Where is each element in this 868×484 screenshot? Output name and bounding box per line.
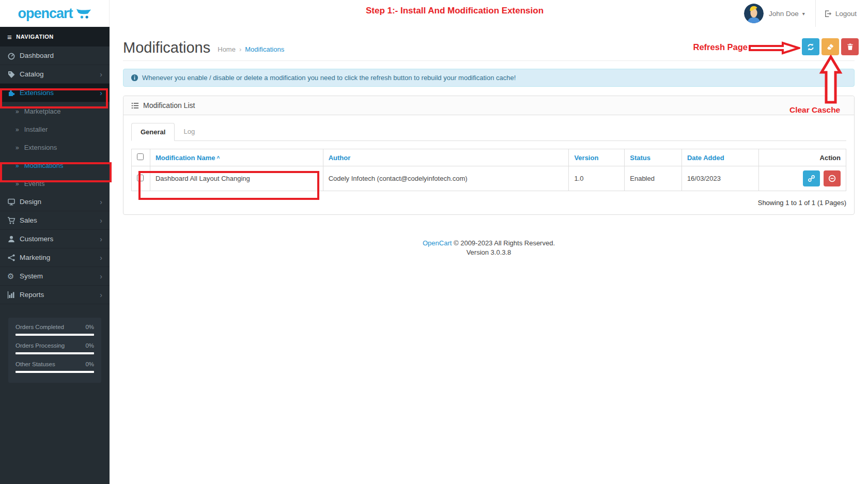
puzzle-icon xyxy=(7,89,20,97)
row-select-cell xyxy=(132,166,150,191)
disable-button[interactable] xyxy=(824,170,841,186)
breadcrumb-modifications[interactable]: Modifications xyxy=(245,45,284,53)
sidebar-item-customers[interactable]: Customers › xyxy=(0,230,110,248)
link-icon xyxy=(808,175,815,182)
footer: OpenCart © 2009-2023 All Rights Reserved… xyxy=(123,239,855,257)
column-author: Author xyxy=(323,149,569,166)
sidebar-item-system[interactable]: ⚙ System › xyxy=(0,267,110,286)
delete-button[interactable] xyxy=(841,38,859,55)
sidebar-item-marketplace[interactable]: » Marketplace xyxy=(0,102,110,120)
top-header: opencart Step 1:- Install And Modificati… xyxy=(0,0,868,27)
sort-link-version[interactable]: Version xyxy=(574,154,598,162)
sort-link-modification-name[interactable]: Modification Name xyxy=(156,154,215,162)
tab-log[interactable]: Log xyxy=(175,123,204,140)
row-checkbox[interactable] xyxy=(137,175,144,181)
sidebar-item-catalog[interactable]: Catalog › xyxy=(0,65,110,84)
cart-icon xyxy=(7,216,20,225)
user-name-label: John Doe xyxy=(769,10,799,18)
sidebar-item-label: Customers xyxy=(20,235,53,243)
sidebar-menu: Dashboard Catalog › Extensions › » Marke… xyxy=(0,46,110,304)
opencart-admin-window: opencart Step 1:- Install And Modificati… xyxy=(0,0,868,484)
stat-orders-completed: Orders Completed 0% xyxy=(16,324,94,336)
submenu-arrow-icon: » xyxy=(16,108,19,115)
eraser-icon xyxy=(826,43,834,51)
sidebar-nav-header: ≡ NAVIGATION xyxy=(0,27,110,46)
sort-link-author[interactable]: Author xyxy=(329,154,351,162)
sort-link-date-added[interactable]: Date Added xyxy=(687,154,724,162)
column-status: Status xyxy=(625,149,682,166)
sidebar-item-design[interactable]: Design › xyxy=(0,193,110,211)
toggle-status-button[interactable] xyxy=(803,170,820,186)
clear-cache-button[interactable] xyxy=(822,38,839,55)
sort-link-status[interactable]: Status xyxy=(630,154,650,162)
sidebar-item-extensions-sub[interactable]: » Extensions xyxy=(0,138,110,157)
opencart-logo[interactable]: opencart xyxy=(0,0,110,27)
user-area: John Doe ▾ Logout xyxy=(744,0,868,27)
sidebar-item-events[interactable]: » Events xyxy=(0,175,110,193)
cell-action xyxy=(759,166,846,191)
sidebar: ≡ NAVIGATION Dashboard Catalog › xyxy=(0,27,110,484)
column-version: Version xyxy=(569,149,625,166)
stat-label: Other Statuses xyxy=(16,361,55,367)
cell-date-added: 16/03/2023 xyxy=(681,166,758,191)
main-content: Modifications Home › Modifications xyxy=(110,27,868,484)
sidebar-item-reports[interactable]: Reports › xyxy=(0,286,110,304)
chevron-right-icon: › xyxy=(100,291,102,299)
info-icon xyxy=(131,74,138,82)
sidebar-item-modifications[interactable]: » Modifications xyxy=(0,157,110,175)
user-icon xyxy=(7,235,20,243)
page-action-buttons xyxy=(802,38,859,55)
tab-general[interactable]: General xyxy=(131,123,175,141)
opencart-footer-link[interactable]: OpenCart xyxy=(423,239,452,247)
stat-value: 0% xyxy=(85,342,94,349)
sidebar-item-label: Sales xyxy=(20,216,37,224)
sidebar-item-label: System xyxy=(20,272,43,280)
sidebar-item-label: Reports xyxy=(20,291,44,299)
logout-button[interactable]: Logout xyxy=(816,0,868,27)
refresh-button[interactable] xyxy=(802,38,819,55)
submenu-arrow-icon: » xyxy=(16,126,19,133)
share-icon xyxy=(7,254,20,262)
progress-bar xyxy=(16,352,94,354)
user-menu[interactable]: John Doe ▾ xyxy=(769,10,805,18)
select-all-cell xyxy=(132,149,150,166)
sidebar-item-dashboard[interactable]: Dashboard xyxy=(0,46,110,65)
logout-label: Logout xyxy=(835,10,857,18)
nav-header-label: NAVIGATION xyxy=(16,34,53,40)
caret-down-icon: ▾ xyxy=(802,11,805,17)
hamburger-icon: ≡ xyxy=(7,33,12,41)
sidebar-item-extensions[interactable]: Extensions › xyxy=(0,84,110,102)
annotation-step-title: Step 1:- Install And Modification Extens… xyxy=(366,6,544,16)
refresh-icon xyxy=(807,43,815,51)
chevron-right-icon: › xyxy=(100,254,102,262)
page-title: Modifications xyxy=(123,40,210,55)
select-all-checkbox[interactable] xyxy=(137,153,144,160)
sidebar-item-label: Extensions xyxy=(24,144,57,151)
gear-icon: ⚙ xyxy=(7,272,20,281)
avatar[interactable] xyxy=(744,4,764,23)
breadcrumb-home[interactable]: Home xyxy=(218,45,236,53)
submenu-arrow-icon: » xyxy=(16,144,19,151)
cell-version: 1.0 xyxy=(569,166,625,191)
opencart-logo-text: opencart xyxy=(18,7,72,21)
alert-text: Whenever you enable / disable or delete … xyxy=(142,74,516,82)
chevron-right-icon: › xyxy=(100,70,102,79)
bar-chart-icon xyxy=(7,291,20,299)
version-text: Version 3.0.3.8 xyxy=(123,248,855,257)
sidebar-item-label: Dashboard xyxy=(20,52,54,59)
column-date-added: Date Added xyxy=(681,149,758,166)
logout-icon xyxy=(824,10,832,18)
tab-bar: General Log xyxy=(131,123,846,141)
submenu-arrow-icon: » xyxy=(16,180,19,188)
cell-modification-name: Dashboard All Layout Changing xyxy=(150,166,323,191)
sidebar-item-sales[interactable]: Sales › xyxy=(0,211,110,230)
stat-other-statuses: Other Statuses 0% xyxy=(16,361,94,373)
sidebar-item-marketing[interactable]: Marketing › xyxy=(0,248,110,267)
stat-label: Orders Completed xyxy=(16,324,64,330)
chevron-right-icon: › xyxy=(100,216,102,225)
breadcrumb: Home › Modifications xyxy=(218,45,284,55)
column-action: Action xyxy=(759,149,846,166)
sidebar-item-label: Marketplace xyxy=(24,107,61,115)
chevron-right-icon: › xyxy=(100,235,102,243)
sidebar-item-installer[interactable]: » Installer xyxy=(0,120,110,138)
